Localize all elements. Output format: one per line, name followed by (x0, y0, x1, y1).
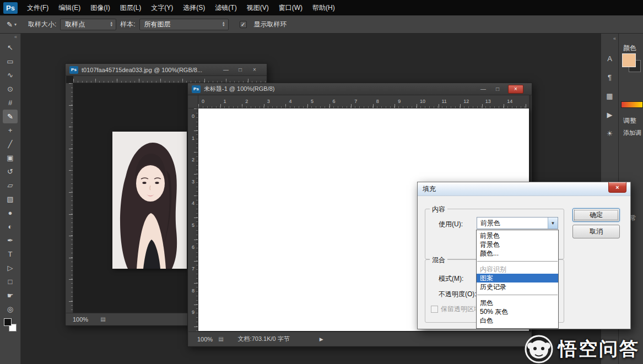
use-select[interactable]: 前景色 ▼ (477, 217, 558, 229)
healing-brush-tool[interactable]: + (3, 123, 18, 137)
fill-option-white[interactable]: 白色 (477, 316, 558, 325)
cancel-button[interactable]: 取消 (572, 225, 620, 238)
fill-option-color[interactable]: 颜色... (477, 249, 558, 258)
shape-tool[interactable]: □ (3, 275, 18, 289)
adjustments-panel-icon[interactable]: ☀ (603, 127, 617, 140)
photo-of-woman[interactable] (112, 132, 187, 269)
rectangular-marquee-tool[interactable]: ▭ (3, 55, 18, 68)
minimize-button[interactable]: — (479, 85, 487, 93)
options-bar: ✎ ▾ 取样大小: 取样点 ▲▼ 样本: 所有图层 ▲▼ ✓ 显示取样环 (0, 15, 643, 34)
character-panel-icon[interactable]: A (603, 52, 617, 65)
ruler-number: 2 (245, 99, 267, 104)
sample-select[interactable]: 所有图层 ▲▼ (139, 19, 229, 30)
menu-help[interactable]: 帮助(H) (307, 0, 340, 15)
tool-icon: ☛ (7, 291, 14, 300)
tool-preset-picker[interactable]: ✎ ▾ (7, 20, 17, 29)
pen-tool[interactable]: ✒ (3, 233, 18, 247)
crop-tool[interactable]: # (3, 96, 18, 110)
fill-option-black[interactable]: 黑色 (477, 298, 558, 307)
type-tool[interactable]: T (3, 247, 18, 261)
menu-view[interactable]: 视图(V) (242, 0, 274, 15)
doc1-titlebar[interactable]: Ps t0107faa45715dea033.jpg @ 100%(RGB/8.… (66, 64, 267, 76)
ruler-number: 10 (420, 99, 442, 104)
fill-dialog-titlebar[interactable]: 填充 (418, 182, 630, 196)
eyedropper-tool[interactable]: ✎ (3, 110, 18, 123)
fill-option-separator[interactable] (477, 291, 558, 298)
move-tool[interactable]: ↖ (3, 41, 18, 55)
preserve-transparency-checkbox[interactable] (431, 306, 438, 313)
ruler-number: 14 (507, 99, 529, 104)
doc2-zoom-level[interactable]: 100% (197, 336, 213, 343)
paragraph-panel-icon[interactable]: ¶ (603, 70, 617, 84)
clone-stamp-tool[interactable]: ▣ (3, 151, 18, 165)
blur-tool[interactable]: ● (3, 206, 18, 220)
menu-filter[interactable]: 滤镜(T) (210, 0, 241, 15)
doc2-status-bar: 100% ▤ 文档:703.1K/0 字节 ▶ (188, 332, 531, 346)
doc2-vertical-ruler: 01234567891 (188, 108, 198, 332)
photoshop-logo: Ps (3, 2, 18, 14)
chevron-down-icon[interactable]: ▼ (548, 218, 558, 229)
collapse-panel-icon[interactable]: « (14, 34, 17, 41)
ruler-number: 8 (188, 288, 198, 310)
maximize-button[interactable]: □ (494, 85, 501, 93)
menu-window[interactable]: 窗口(W) (274, 0, 307, 15)
ruler-number: 2 (188, 157, 198, 179)
ruler-number: 0 (188, 113, 198, 135)
lasso-tool[interactable]: ∿ (3, 68, 18, 82)
menu-select[interactable]: 选择(S) (178, 0, 210, 15)
doc2-horizontal-ruler: 012345678910111213141 (198, 95, 529, 108)
fill-option-background[interactable]: 背景色 (477, 240, 558, 249)
fill-option-content-aware[interactable]: 内容识别 (477, 265, 558, 274)
menu-edit[interactable]: 编辑(E) (53, 0, 85, 15)
quick-selection-tool[interactable]: ⊙ (3, 82, 18, 96)
doc2-titlebar[interactable]: Ps 未标题-1 @ 100%(RGB/8) — □ × (188, 83, 532, 95)
ok-button[interactable]: 确定 (572, 208, 620, 222)
fill-option-foreground[interactable]: 前景色 (477, 231, 558, 240)
swatches-panel-icon[interactable]: ▦ (603, 89, 617, 102)
close-button[interactable]: × (251, 66, 258, 74)
tool-list: ↖ ▭ ∿ ⊙ # ✎ + ╱ ▣ ↺ ▱ ▧ (3, 41, 18, 316)
fill-option-separator[interactable] (477, 258, 558, 265)
foreground-color-swatch[interactable] (4, 318, 12, 326)
tool-icon: ▭ (7, 57, 13, 66)
brush-tool[interactable]: ╱ (3, 137, 18, 151)
doc1-zoom-level[interactable]: 100% (73, 316, 88, 323)
ruler-origin-corner[interactable] (188, 95, 198, 108)
close-button[interactable]: × (508, 85, 523, 94)
hand-tool[interactable]: ☛ (3, 289, 18, 302)
path-selection-tool[interactable]: ▷ (3, 261, 18, 275)
adjustments-panel-tab[interactable]: 调整 (623, 116, 636, 126)
color-panel-tab[interactable]: 颜色 (623, 44, 636, 53)
gradient-tool[interactable]: ▧ (3, 192, 18, 206)
ruler-number: 0 (202, 99, 224, 104)
menu-image[interactable]: 图像(I) (85, 0, 115, 15)
tool-icon: ▷ (8, 264, 13, 272)
color-gradient-bar[interactable] (621, 101, 643, 108)
status-menu-arrow[interactable]: ▶ (320, 336, 323, 342)
eraser-tool[interactable]: ▱ (3, 178, 18, 192)
zoom-tool[interactable]: ◎ (3, 302, 18, 316)
status-icon: ▤ (100, 316, 105, 322)
sample-size-select[interactable]: 取样点 ▲▼ (60, 19, 116, 30)
fill-option-pattern[interactable]: 图案 (477, 274, 558, 282)
menu-type[interactable]: 文字(Y) (146, 0, 178, 15)
doc2-title: 未标题-1 @ 100%(RGB/8) (204, 85, 275, 93)
menu-file[interactable]: 文件(F) (22, 0, 53, 15)
fill-option-50-gray[interactable]: 50% 灰色 (477, 307, 558, 316)
minimize-button[interactable]: — (222, 66, 230, 74)
tool-icon: ∿ (7, 71, 13, 79)
menu-layer[interactable]: 图层(L) (115, 0, 147, 15)
foreground-swatch[interactable] (622, 53, 636, 67)
fill-option-history[interactable]: 历史记录 (477, 282, 558, 291)
color-swatches[interactable] (3, 318, 18, 332)
dodge-tool[interactable]: ◐ (3, 220, 18, 233)
history-brush-tool[interactable]: ↺ (3, 165, 18, 178)
tool-icon: □ (8, 278, 13, 286)
fill-dialog-title: 填充 (423, 184, 436, 194)
status-icon: ▤ (218, 336, 223, 342)
expand-panels-icon[interactable]: « (613, 36, 618, 41)
maximize-button[interactable]: □ (236, 66, 244, 74)
close-icon[interactable]: × (608, 182, 626, 193)
show-sampling-ring-checkbox[interactable]: ✓ (240, 21, 247, 28)
actions-panel-icon[interactable]: ▶ (603, 108, 617, 121)
